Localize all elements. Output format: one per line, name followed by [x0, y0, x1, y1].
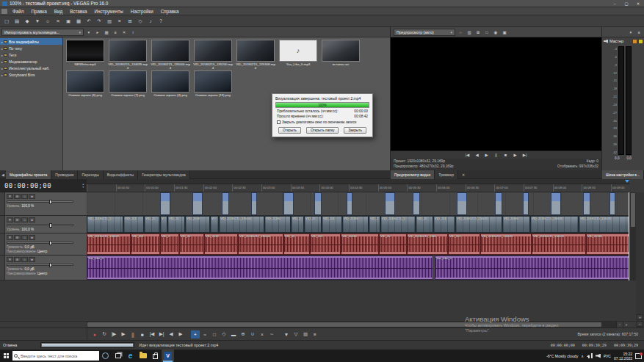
paint-tool[interactable]: ◇ [220, 330, 228, 339]
media-item[interactable]: VID_20180215_135000.mp4 [149, 40, 192, 69]
close-on-finish-option[interactable]: Закрыть диалоговое окно по окончанию зап… [277, 120, 368, 124]
timeline-clip[interactable]: VID_20180215_134635 [480, 234, 532, 255]
track-level-slider[interactable] [7, 200, 73, 203]
remove-media-icon[interactable]: ✕ [120, 29, 128, 35]
preview-pane-tab[interactable]: Триммер [435, 170, 458, 179]
media-pane-tab[interactable]: Видеоэффекты [104, 170, 138, 179]
meter-menu-icon[interactable]: ≡ [635, 29, 643, 35]
timeline-clip[interactable] [385, 192, 395, 215]
timeline-clip[interactable] [457, 192, 467, 215]
media-item[interactable]: вставка.avi [319, 40, 362, 69]
track-solo-button[interactable] [21, 257, 28, 262]
media-views-icon[interactable]: ▾ [85, 29, 93, 35]
media-pane-tab[interactable]: Медиафайлы проекта [6, 170, 51, 179]
insert-region-icon[interactable]: ▽ [292, 330, 300, 339]
timeline-clip[interactable] [413, 192, 420, 215]
explorer-taskbar-button[interactable] [137, 350, 149, 362]
render-as-icon[interactable]: ▼ [33, 17, 42, 25]
media-tree-item[interactable]: Все медиафайлы [0, 38, 62, 45]
track-grip[interactable] [0, 192, 5, 215]
maximize-button[interactable] [621, 0, 632, 7]
go-to-end-button[interactable]: ▶| [157, 330, 166, 339]
meter-options-icon[interactable]: ▾ [627, 29, 634, 35]
external-monitor-icon[interactable]: ▣ [501, 29, 508, 35]
mixer-icon[interactable]: ▥ [301, 330, 310, 339]
timeline-clip[interactable]: VID_20 [144, 216, 160, 233]
timeline-clip[interactable]: VID_2 [369, 216, 380, 233]
timeline-clip[interactable]: VID_20 [379, 234, 407, 255]
hidden-icons-chevron[interactable]: ∧ [581, 354, 584, 358]
vegas-taskbar-button[interactable]: V [162, 350, 174, 362]
track-header[interactable]: Уровень: 100,0 % [0, 216, 87, 234]
timeline-clip[interactable]: VID_20 [167, 216, 185, 233]
timeline-clip[interactable]: VID_20 [416, 216, 433, 233]
media-item[interactable]: VID_20180215_134635.mp4 [106, 40, 149, 69]
track-grip[interactable] [0, 234, 5, 255]
timeline-clip[interactable]: VID_20180 [264, 216, 291, 233]
tab-close-icon[interactable]: ✕ [458, 170, 468, 179]
track-mute-button[interactable] [14, 217, 21, 222]
redo-icon[interactable]: ↷ [95, 17, 104, 25]
safe-area-icon[interactable]: □ [483, 29, 491, 35]
timeline-clip[interactable]: VID_2 [160, 234, 179, 255]
timeline-clip[interactable]: VID_201 [433, 216, 455, 233]
track-fx-icon[interactable] [7, 235, 13, 240]
track-solo-button[interactable] [21, 194, 28, 199]
copy-icon[interactable]: ▣ [64, 17, 73, 25]
media-item[interactable]: You_Like_It.mp3 [277, 40, 319, 69]
new-project-icon[interactable]: ▢ [2, 17, 11, 25]
audio-track-1[interactable]: VID_20180215_134635 VID_201 VID_2 [87, 234, 629, 256]
timeline-clip[interactable]: VID_201 [448, 234, 480, 255]
timeline-clip[interactable]: VID_2018 [204, 234, 238, 255]
timeline-clip[interactable]: VID_20180 [342, 216, 369, 233]
scrollbar-thumb[interactable] [631, 193, 635, 227]
media-item[interactable]: Снимок экрана (13).png [192, 70, 234, 100]
timeline-clip[interactable] [160, 192, 170, 215]
timeline-clip[interactable]: VID_20180 [586, 234, 629, 255]
cortana-button[interactable] [99, 350, 112, 362]
timeline-clip[interactable] [551, 192, 561, 215]
track-list-icon[interactable]: ≡ [311, 330, 319, 339]
edge-taskbar-button[interactable]: e [124, 350, 137, 362]
bus-pane-tab[interactable]: Шина настройки в... [602, 170, 644, 179]
track-zoom-out-button[interactable]: − [637, 321, 643, 327]
bus-mute-icon[interactable] [639, 40, 643, 43]
timeline-clip[interactable]: VID_201 [131, 234, 160, 255]
timeline-clip[interactable] [192, 192, 203, 215]
dock-arrow-icon[interactable]: ◀ [0, 170, 6, 179]
timeline-clip[interactable]: VID_20180215_1 [380, 216, 416, 233]
language-indicator[interactable]: РУС [604, 354, 611, 358]
auto-ripple-toggle[interactable]: ∼ [267, 330, 276, 339]
timeline-clip[interactable] [583, 192, 590, 215]
track-header[interactable]: Громкость: 0,0 дБ Панорамирование: Центр [0, 256, 87, 280]
next-frame-button[interactable]: ▶ [176, 330, 185, 339]
track-zoom-in-button[interactable]: + [637, 314, 643, 320]
timeline-clip[interactable]: VID_20180215_134635 [455, 216, 502, 233]
video-track-1[interactable] [87, 192, 629, 216]
track-level-slider[interactable] [7, 264, 73, 266]
loop-playback-button[interactable]: ↻ [100, 330, 109, 339]
media-item[interactable]: NEWIntro.mp4 [64, 40, 106, 69]
media-item[interactable]: VID_20180215_135308.mp4 [234, 40, 277, 69]
snapshot-icon[interactable]: ◉ [492, 29, 499, 35]
detail-view-icon[interactable]: ≡ [112, 29, 119, 35]
grid-overlay-icon[interactable]: ⊞ [474, 29, 482, 35]
menu-item[interactable]: Вид [51, 7, 66, 15]
insert-marker-icon[interactable]: ▼ [282, 330, 291, 339]
time-ruler[interactable]: 00:00:30 00:01:00 00:01:30 00:02:00 00:0… [87, 184, 629, 192]
media-info-icon[interactable]: i [129, 29, 137, 35]
play-button[interactable]: ▶ [119, 330, 128, 339]
envelope-edit-tool[interactable]: ≈ [200, 330, 209, 339]
import-media-dropdown[interactable]: Импортировать мультимедиа... [1, 29, 84, 36]
timeline-clip[interactable] [314, 192, 322, 215]
preview-prev-frame-button[interactable]: ◀ [474, 152, 481, 159]
timeline-clip[interactable]: VID_20180215_134635 [87, 234, 131, 255]
preview-play-button[interactable]: ▶ [483, 152, 491, 159]
timeline-clip[interactable]: VI [210, 216, 219, 233]
prev-frame-button[interactable]: ◀ [167, 330, 176, 339]
preview-pause-button[interactable]: || [493, 152, 500, 159]
snapping-toggle[interactable]: ∪ [248, 330, 257, 339]
timeline-clip[interactable] [609, 192, 615, 215]
timeline-clip[interactable] [347, 192, 352, 215]
track-fx-icon[interactable] [7, 194, 13, 199]
